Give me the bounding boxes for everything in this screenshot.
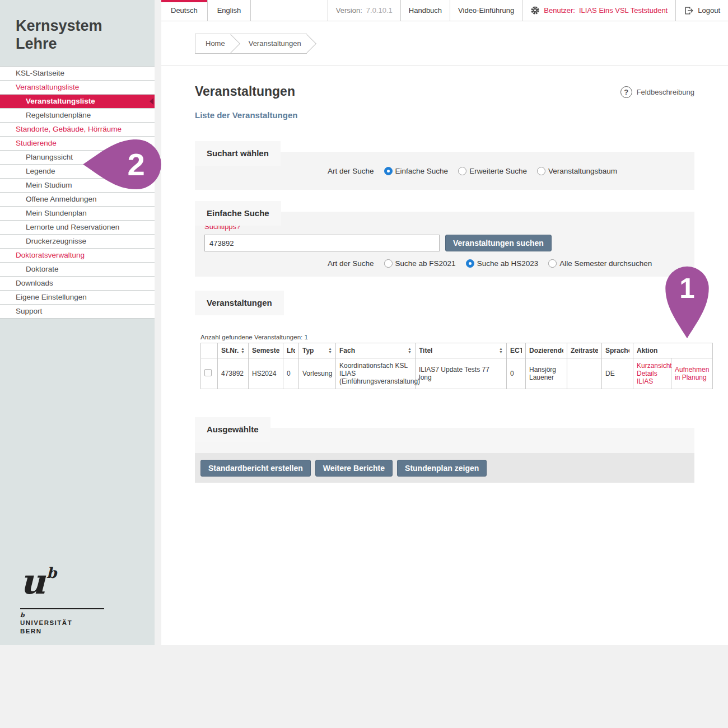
logout-icon	[684, 6, 694, 16]
radio-alle-semester[interactable]: Alle Semester durchsuchen	[548, 259, 652, 268]
sidebar-item-veranstaltungsliste-active[interactable]: Veranstaltungsliste	[0, 95, 155, 109]
top-bar: Deutsch English Version: 7.0.10.1 Handbu…	[161, 0, 728, 21]
sidebar-item-doktorate[interactable]: Doktorate	[0, 263, 155, 277]
cell-titel: ILIAS7 Update Tests 77 long	[416, 358, 507, 389]
logout-label: Logout	[698, 6, 720, 15]
weitere-berichte-button[interactable]: Weitere Berichte	[315, 460, 393, 477]
logo-name-line1: UNIVERSITÄT	[20, 619, 104, 627]
semester-radio-group: Art der Suche Suche ab FS2021 Suche ab H…	[204, 259, 694, 268]
col-header-stnr[interactable]: St.Nr.▲▼	[218, 343, 249, 358]
sidebar-item-offene-anmeldungen[interactable]: Offene Anmeldungen	[0, 193, 155, 207]
col-header-checkbox	[201, 343, 218, 358]
language-tab-english[interactable]: English	[208, 0, 251, 21]
sidebar-item-druckerzeugnisse[interactable]: Druckerzeugnisse	[0, 235, 155, 249]
sidebar: Kernsystem Lehre KSL-Startseite Veransta…	[0, 0, 155, 645]
cell-planung: Aufnehmen in Planung	[671, 358, 713, 389]
stundenplan-zeigen-button[interactable]: Stundenplan zeigen	[397, 460, 487, 477]
aufnehmen-in-planung-link[interactable]: Aufnehmen in Planung	[675, 366, 709, 381]
gear-icon	[530, 6, 540, 15]
results-table: St.Nr.▲▼ Semester▲▼ Lfd▲▼ Typ▲▼ Fach▲▼ T…	[200, 343, 713, 389]
details-link[interactable]: Details	[637, 370, 668, 377]
sidebar-item-ksl-startseite[interactable]: KSL-Startseite	[0, 67, 155, 81]
sidebar-item-veranstaltungsliste-group[interactable]: Veranstaltungsliste	[0, 81, 155, 95]
radio-suche-ab-fs2021[interactable]: Suche ab FS2021	[384, 259, 456, 268]
sidebar-item-eigene-einstellungen[interactable]: Eigene Einstellungen	[0, 291, 155, 305]
logo-university-name: UNIVERSITÄT BERN	[20, 619, 104, 636]
ausgewaehlte-section: Ausgewählte Standardbericht erstellen We…	[195, 417, 694, 483]
einfache-suche-section: Einfache Suche Suchtipps? Veranstaltunge…	[195, 201, 694, 277]
ausgewaehlte-section-title: Ausgewählte	[195, 417, 270, 442]
cell-typ: Vorlesung	[299, 358, 336, 389]
logo-u-mark: ub	[20, 564, 104, 599]
veranstaltungen-suchen-button[interactable]: Veranstaltungen suchen	[445, 235, 552, 251]
user-name[interactable]: ILIAS Eins VSL Teststudent	[579, 6, 668, 15]
sort-icon[interactable]: ▲▼	[241, 347, 245, 354]
main-panel: Veranstaltungen ? Feldbeschreibung Liste…	[161, 84, 728, 483]
liste-der-veranstaltungen-link[interactable]: Liste der Veranstaltungen	[195, 110, 694, 120]
radio-fs2021-label: Suche ab FS2021	[395, 259, 456, 268]
col-header-lfd[interactable]: Lfd▲▼	[283, 343, 299, 358]
radio-unselected-icon	[537, 167, 545, 175]
row-checkbox[interactable]	[204, 369, 212, 376]
col-header-ects[interactable]: ECTS▲▼	[507, 343, 526, 358]
sidebar-item-downloads[interactable]: Downloads	[0, 277, 155, 291]
radio-erweiterte-suche[interactable]: Erweiterte Suche	[458, 167, 527, 175]
col-header-fach[interactable]: Fach▲▼	[336, 343, 416, 358]
video-einfuehrung-link[interactable]: Video-Einführung	[450, 0, 522, 21]
radio-erweiterte-suche-label: Erweiterte Suche	[469, 167, 527, 175]
radio-einfache-suche[interactable]: Einfache Suche	[384, 167, 449, 175]
topbar-spacer	[251, 0, 327, 21]
col-header-titel[interactable]: Titel▲▼	[416, 343, 507, 358]
radio-unselected-icon	[458, 167, 466, 175]
sort-icon[interactable]: ▲▼	[408, 347, 412, 354]
page-title: Veranstaltungen	[195, 84, 295, 99]
col-header-dozierende[interactable]: Dozierende▲▼	[526, 343, 567, 358]
results-count: Anzahl gefundene Veranstaltungen: 1	[195, 334, 694, 340]
logo-rule	[20, 608, 104, 609]
kurzansicht-link[interactable]: Kurzansicht	[637, 362, 668, 370]
breadcrumb-veranstaltungen[interactable]: Veranstaltungen	[231, 34, 307, 54]
search-input[interactable]	[204, 235, 440, 251]
sidebar-item-support[interactable]: Support	[0, 305, 155, 319]
results-section-title: Veranstaltungen	[195, 291, 284, 315]
col-header-typ[interactable]: Typ▲▼	[299, 343, 336, 358]
suchart-radio-group: Art der Suche Einfache Suche Erweiterte …	[328, 167, 617, 175]
col-header-sprache[interactable]: Sprache▲▼	[602, 343, 633, 358]
suchart-group-label: Art der Suche	[328, 167, 374, 175]
logout-button[interactable]: Logout	[675, 0, 728, 21]
question-circle-icon: ?	[620, 86, 632, 98]
standardbericht-erstellen-button[interactable]: Standardbericht erstellen	[200, 460, 311, 477]
col-header-semester[interactable]: Semester▲▼	[249, 343, 283, 358]
feldbeschreibung-label: Feldbeschreibung	[637, 88, 694, 96]
cell-sprache: DE	[602, 358, 633, 389]
radio-veranstaltungsbaum[interactable]: Veranstaltungsbaum	[537, 167, 617, 175]
sidebar-item-regelstundenplaene[interactable]: Regelstundenpläne	[0, 109, 155, 123]
sidebar-item-lernorte[interactable]: Lernorte und Reservationen	[0, 221, 155, 235]
cell-dozierende: Hansjörg Lauener	[526, 358, 567, 389]
radio-suche-ab-hs2023[interactable]: Suche ab HS2023	[466, 259, 539, 268]
user-menu[interactable]: Benutzer: ILIAS Eins VSL Teststudent	[522, 0, 675, 21]
annotation-marker-1-pin-icon: 1	[662, 265, 712, 339]
breadcrumb: Home Veranstaltungen	[161, 21, 728, 66]
sort-icon[interactable]: ▲▼	[328, 347, 332, 354]
sidebar-item-mein-stundenplan[interactable]: Mein Stundenplan	[0, 207, 155, 221]
version-value: 7.0.10.1	[366, 6, 393, 15]
radio-selected-icon	[466, 259, 474, 268]
annotation-marker-2-pin-icon: 2	[82, 137, 164, 192]
table-row: 473892 HS2024 0 Vorlesung Koordinationsf…	[201, 358, 713, 389]
ilias-link[interactable]: ILIAS	[637, 377, 668, 385]
sort-icon[interactable]: ▲▼	[499, 347, 503, 354]
language-tab-deutsch[interactable]: Deutsch	[161, 0, 208, 21]
annotation-marker-1-number: 1	[679, 273, 694, 304]
col-header-aktion: Aktion	[633, 343, 713, 358]
sidebar-item-doktoratsverwaltung[interactable]: Doktoratsverwaltung	[0, 249, 155, 263]
handbuch-link[interactable]: Handbuch	[400, 0, 450, 21]
breadcrumb-home[interactable]: Home	[195, 34, 231, 54]
sidebar-item-standorte[interactable]: Standorte, Gebäude, Hörräume	[0, 123, 155, 137]
row-checkbox-cell	[201, 358, 218, 389]
col-header-zeitraster: Zeitraster	[567, 343, 602, 358]
suchart-section-title: Suchart wählen	[195, 141, 281, 166]
sidebar-menu: KSL-Startseite Veranstaltungsliste Veran…	[0, 66, 155, 319]
radio-einfache-suche-label: Einfache Suche	[395, 167, 449, 175]
feldbeschreibung-help[interactable]: ? Feldbeschreibung	[620, 86, 694, 98]
